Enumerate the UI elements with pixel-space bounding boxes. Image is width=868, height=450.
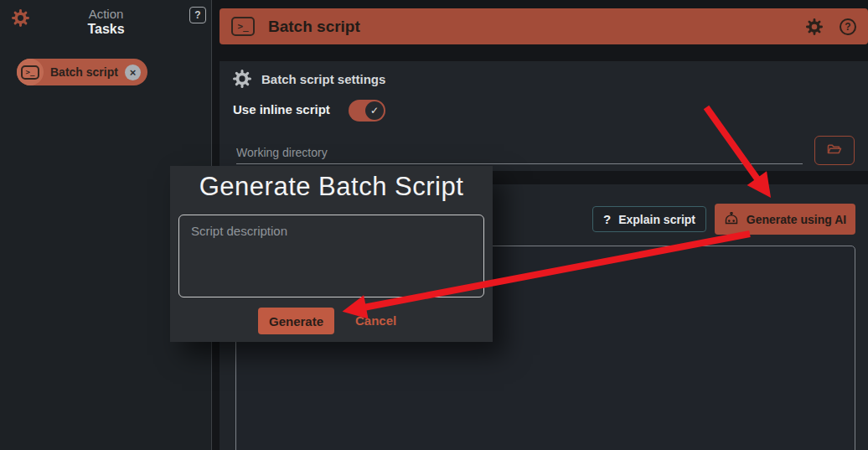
settings-section-header: Batch script settings [233,70,385,88]
generate-batch-script-dialog: Generate Batch Script Generate Cancel [170,166,493,342]
terminal-icon: >_ [231,17,255,36]
question-icon: ? [603,212,611,226]
chip-icon-cap: >_ [17,59,44,85]
settings-section-title: Batch script settings [261,72,385,86]
settings-card: Batch script settings Use inline script … [220,61,868,171]
sidebar-header: Action Tasks [0,7,212,37]
explain-script-button[interactable]: ? Explain script [592,206,706,232]
generate-using-ai-button[interactable]: Generate using AI [715,204,855,235]
sidebar-subtitle: Action [0,7,212,21]
toggle-check-icon: ✓ [365,101,384,120]
robot-icon [724,212,739,227]
chip-close-icon[interactable]: × [125,65,141,80]
cancel-button[interactable]: Cancel [355,313,396,328]
terminal-icon: >_ [21,65,39,80]
header-gear-icon[interactable] [806,18,823,35]
explain-script-label: Explain script [618,213,695,226]
browse-folder-button[interactable] [814,136,855,165]
script-description-input[interactable] [178,215,484,297]
working-directory-input[interactable] [236,142,803,164]
generate-ai-label: Generate using AI [747,213,846,226]
task-chip-batch-script[interactable]: >_ Batch script × [17,59,147,85]
help-glyph: ? [194,9,200,21]
chip-label: Batch script [50,65,118,79]
generate-button[interactable]: Generate [258,308,334,334]
inline-script-row: Use inline script ✓ [233,102,330,116]
main-header: >_ Batch script ? [220,8,868,44]
header-help-icon[interactable]: ? [840,18,856,35]
inline-script-label: Use inline script [233,102,330,116]
sidebar-title: Tasks [0,22,212,37]
sidebar-help-icon[interactable]: ? [189,7,206,23]
dialog-title: Generate Batch Script [170,172,493,202]
folder-icon [826,142,843,159]
inline-script-toggle[interactable]: ✓ [349,100,385,122]
settings-gear-icon [233,70,251,88]
page-title: Batch script [268,18,360,36]
